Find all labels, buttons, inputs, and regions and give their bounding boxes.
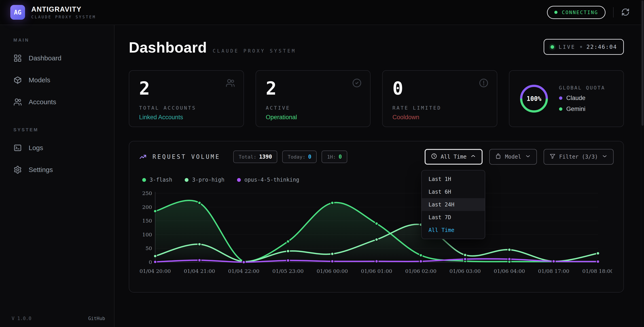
live-clock-badge: LIVE 22:46:04	[544, 39, 624, 55]
chart-controls: All Time Last 1H Last 6H Last 24H Last 7…	[425, 149, 614, 164]
stat-sub-0: Linked Accounts	[139, 114, 234, 121]
gemini-dot	[559, 107, 562, 111]
svg-text:01/04 20:00: 01/04 20:00	[140, 268, 171, 274]
menu-item-last-1h[interactable]: Last 1H	[422, 173, 485, 186]
panel-title: REQUEST VOLUME	[152, 154, 220, 160]
brand: AG ANTIGRAVITY CLAUDE PROXY SYSTEM	[10, 5, 96, 20]
menu-item-last-6h[interactable]: Last 6H	[422, 186, 485, 198]
sidebar-nav-system: Logs Settings	[12, 138, 106, 180]
connection-status-dot	[554, 11, 558, 14]
funnel-icon	[550, 153, 556, 160]
box-icon	[495, 153, 501, 160]
svg-text:0: 0	[149, 259, 152, 265]
legend-item-3-pro-high: 3-pro-high	[185, 177, 224, 183]
sidebar-nav-main: Dashboard Models Accounts	[12, 48, 106, 112]
clock-time: 22:46:04	[586, 44, 617, 50]
menu-item-last-24h[interactable]: Last 24H	[422, 198, 485, 211]
divider	[613, 7, 614, 18]
trending-up-icon	[139, 153, 147, 160]
sidebar-spacer	[12, 114, 106, 127]
separator-dot	[580, 46, 582, 48]
page-subtitle: CLAUDE PROXY SYSTEM	[213, 48, 296, 54]
cube-icon	[14, 76, 22, 84]
live-status-dot	[550, 45, 554, 49]
stat-value: 2	[266, 80, 360, 98]
app-window: AG ANTIGRAVITY CLAUDE PROXY SYSTEM CONNE…	[0, 0, 644, 327]
one-hour-badge: 1H: 0	[322, 150, 347, 163]
model-filter-label: Model	[505, 154, 521, 160]
volume-badges: Total: 1390 Today: 0 1H: 0	[233, 150, 347, 163]
svg-text:01/04 21:00: 01/04 21:00	[184, 268, 215, 274]
claude-dot	[559, 96, 562, 100]
quota-item-label: Gemini	[566, 106, 586, 112]
users-icon	[226, 78, 235, 88]
stat-sub-1: Operational	[266, 114, 360, 121]
sidebar-item-settings[interactable]: Settings	[12, 160, 106, 180]
time-range-label: All Time	[441, 154, 467, 160]
volume-badge-value-1: 0	[308, 154, 311, 160]
legend-label: opus-4-5-thinking	[244, 177, 300, 183]
menu-item-all-time[interactable]: All Time	[422, 224, 485, 236]
model-filter-button[interactable]: Model	[489, 149, 537, 164]
sidebar-section-main-label: MAIN	[14, 38, 106, 43]
svg-text:01/06 02:00: 01/06 02:00	[405, 268, 436, 274]
total-badge: Total: 1390	[233, 150, 277, 163]
chevron-down-icon	[525, 153, 531, 160]
time-range-dropdown: Last 1H Last 6H Last 24H Last 7D All Tim…	[421, 170, 485, 239]
sidebar-item-logs[interactable]: Logs	[12, 138, 106, 158]
refresh-icon	[621, 8, 630, 17]
legend-dot	[142, 178, 146, 182]
page-title: Dashboard	[129, 39, 207, 56]
terminal-icon	[14, 144, 22, 152]
quota-donut: 100%	[519, 84, 549, 114]
volume-badge-value-2: 0	[338, 154, 342, 160]
request-volume-chart: 05010015020025001/04 20:0001/04 21:0001/…	[139, 191, 612, 279]
sidebar-item-dashboard[interactable]: Dashboard	[12, 48, 106, 68]
quota-item-label: Claude	[566, 94, 586, 102]
svg-text:50: 50	[146, 245, 152, 251]
app-version: V 1.0.0	[12, 316, 32, 321]
request-volume-panel: REQUEST VOLUME Total: 1390 Today: 0 1H:	[129, 141, 624, 292]
today-badge: Today: 0	[282, 150, 317, 163]
github-link[interactable]: GitHub	[88, 316, 105, 321]
svg-text:200: 200	[142, 204, 152, 210]
connection-status-label: CONNECTING	[562, 10, 598, 15]
svg-text:01/06 01:00: 01/06 01:00	[361, 268, 392, 274]
chart-legend: 3-flash 3-pro-high opus-4-5-thinking	[139, 177, 614, 183]
live-label: LIVE	[558, 44, 575, 50]
svg-text:01/05 23:00: 01/05 23:00	[272, 268, 304, 274]
quota-info: GLOBAL QUOTA Claude Gemini	[559, 85, 605, 112]
check-circle-icon	[352, 78, 362, 88]
app-logo: AG	[10, 5, 25, 20]
users-icon	[14, 98, 22, 106]
time-range-button[interactable]: All Time	[425, 149, 483, 164]
svg-text:01/04 22:00: 01/04 22:00	[228, 268, 260, 274]
page-header: Dashboard CLAUDE PROXY SYSTEM LIVE 22:46…	[129, 39, 624, 56]
quota-item-claude: Claude	[559, 94, 605, 102]
svg-text:250: 250	[142, 191, 152, 196]
sidebar: MAIN Dashboard Models Accounts	[0, 25, 114, 327]
connection-status-badge: CONNECTING	[547, 6, 606, 19]
window-scrollbar[interactable]	[641, 0, 644, 327]
legend-item-3-flash: 3-flash	[142, 177, 172, 183]
refresh-button[interactable]	[621, 8, 630, 17]
legend-dot	[185, 178, 188, 182]
sidebar-item-label: Logs	[28, 144, 43, 152]
panel-title-group: REQUEST VOLUME Total: 1390 Today: 0 1H:	[139, 150, 347, 163]
legend-item-opus: opus-4-5-thinking	[237, 177, 300, 183]
filter-button[interactable]: Filter (3/3)	[544, 149, 614, 164]
sidebar-item-models[interactable]: Models	[12, 70, 106, 90]
scrollbar-thumb[interactable]	[642, 0, 644, 126]
stat-card-active: 2 ACTIVE Operational	[256, 70, 371, 127]
sidebar-item-label: Settings	[28, 166, 53, 174]
chevron-up-icon	[470, 153, 476, 160]
quota-percent: 100%	[526, 95, 541, 102]
menu-item-last-7d[interactable]: Last 7D	[422, 211, 485, 224]
sidebar-footer: V 1.0.0 GitHub	[12, 316, 105, 321]
stat-label: ACTIVE	[266, 105, 360, 111]
sidebar-item-accounts[interactable]: Accounts	[12, 92, 106, 112]
stat-value: 0	[392, 80, 487, 98]
stat-sub-2: Cooldown	[392, 114, 487, 121]
request-volume-header: REQUEST VOLUME Total: 1390 Today: 0 1H:	[139, 149, 614, 164]
svg-text:01/06 03:00: 01/06 03:00	[450, 268, 481, 274]
